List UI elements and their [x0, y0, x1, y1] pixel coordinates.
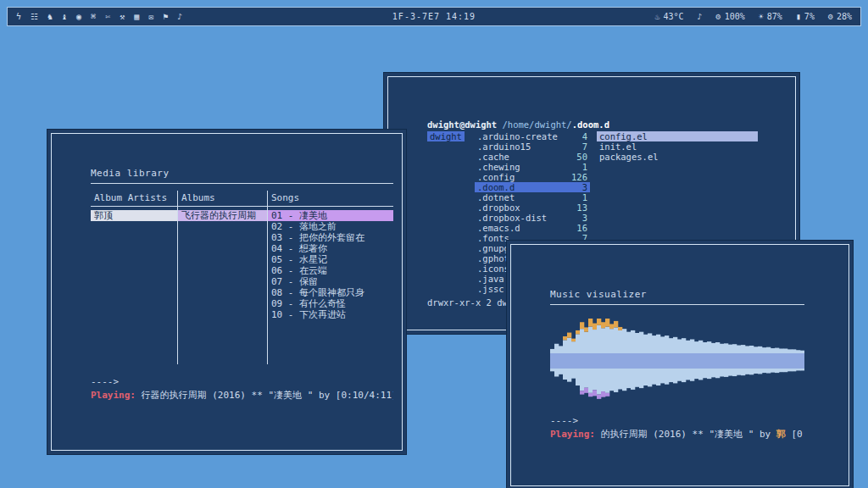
- tray-icon[interactable]: ✉: [148, 12, 153, 21]
- visualizer-canvas-wrap: [550, 319, 804, 403]
- now-playing: Playing: 行器的执行周期 (2016) ** "凄美地 " by [0:…: [91, 389, 393, 402]
- directory-row[interactable]: .arduino-create4: [475, 131, 590, 141]
- status-indicator[interactable]: ▮7%: [796, 12, 815, 21]
- playing-text: 的执行周期 (2016) ** "凄美地 " by: [601, 429, 771, 440]
- status-value: 7%: [804, 12, 815, 21]
- song-list: 01 - 凄美地02 - 落地之前03 - 把你的外套留在04 - 想著你05 …: [268, 207, 393, 364]
- directory-row[interactable]: .doom.d3: [475, 182, 590, 192]
- playing-time: [0:10/4:11]: [336, 390, 393, 401]
- artist-row[interactable]: 郭顶: [91, 210, 177, 221]
- directory-name: .java: [477, 274, 504, 284]
- tray-icon[interactable]: ⚑: [163, 12, 168, 21]
- preview-file-row[interactable]: packages.el: [597, 152, 758, 162]
- title-divider: [550, 304, 804, 305]
- file-manager-path: dwight@dwight /home/dwight/.doom.d: [427, 119, 788, 130]
- song-row[interactable]: 01 - 凄美地: [268, 210, 393, 221]
- tray-icon[interactable]: ▦: [134, 12, 139, 21]
- media-library-frame: Media library Album Artists 郭顶 Albums 飞行…: [51, 133, 403, 451]
- tray-icon[interactable]: ϟ: [16, 12, 21, 21]
- status-icon: ♪: [698, 12, 703, 21]
- artist-list: 郭顶: [91, 207, 177, 364]
- progress-arrow: ---->: [91, 376, 393, 387]
- preview-file-row[interactable]: config.el: [597, 131, 758, 141]
- cwd-path: /home/dwight/: [503, 119, 572, 130]
- directory-row[interactable]: .config126: [475, 172, 590, 182]
- visualizer-title: Music visualizer: [550, 289, 804, 300]
- directory-name: .arduino15: [477, 141, 531, 152]
- user-host: dwight@dwight: [427, 119, 497, 130]
- status-icon: ☀: [759, 12, 764, 21]
- visualizer-frame: Music visualizer ----> Playing: 的执行周期 (2…: [510, 244, 849, 486]
- directory-count: 16: [576, 223, 587, 233]
- directory-count: 4: [582, 131, 587, 141]
- directory-name: .gnupg: [477, 243, 509, 253]
- song-row[interactable]: 08 - 每个眼神都只身: [268, 287, 393, 298]
- progress-arrow: ---->: [550, 415, 804, 426]
- directory-row[interactable]: .cache50: [475, 152, 590, 162]
- tray-icon[interactable]: ⌘: [91, 12, 96, 21]
- status-indicator[interactable]: ♨43°C: [654, 12, 683, 21]
- parent-dir-row[interactable]: dwight: [427, 131, 465, 141]
- directory-name: .icons: [477, 263, 509, 274]
- song-row[interactable]: 07 - 保留: [268, 276, 393, 287]
- parent-column: dwight: [427, 131, 473, 141]
- directory-count: 7: [582, 141, 587, 152]
- song-row[interactable]: 03 - 把你的外套留在: [268, 232, 393, 243]
- clock: 1F-3-7E7 14:19: [392, 12, 476, 21]
- status-indicator[interactable]: ☀87%: [759, 12, 782, 21]
- status-value: 87%: [767, 12, 782, 21]
- status-indicator[interactable]: ⚙28%: [828, 12, 852, 21]
- status-icon: ⚙: [716, 12, 721, 21]
- directory-name: .jssc: [477, 284, 504, 294]
- directory-name: .arduino-create: [477, 131, 558, 141]
- preview-file-row[interactable]: init.el: [597, 141, 758, 152]
- tray-icon[interactable]: ⚒: [120, 12, 125, 21]
- directory-row[interactable]: .dotnet1: [475, 192, 590, 202]
- directory-name: .chewing: [477, 162, 520, 172]
- status-indicator[interactable]: ♪: [698, 12, 703, 21]
- song-row[interactable]: 10 - 下次再进站: [268, 309, 393, 320]
- playing-label: Playing:: [91, 390, 136, 401]
- directory-name: .fonts: [477, 233, 509, 243]
- tray-icon[interactable]: ♝: [62, 12, 67, 21]
- tray-icon[interactable]: ☷: [31, 12, 38, 21]
- directory-row[interactable]: .emacs.d16: [475, 223, 590, 233]
- column-header-albums: Albums: [178, 191, 267, 207]
- tray-icon[interactable]: ♪: [177, 12, 182, 21]
- media-browser: Album Artists 郭顶 Albums 飞行器的执行周期 Songs 0…: [91, 191, 393, 364]
- song-row[interactable]: 05 - 水星记: [268, 254, 393, 265]
- tray-icon[interactable]: ✄: [105, 12, 110, 21]
- playing-time: [0:10/4:11]: [791, 429, 804, 440]
- visualizer-canvas: [550, 319, 804, 403]
- directory-count: 126: [571, 172, 587, 182]
- status-bar: ϟ☷♞♝◉⌘✄⚒▦✉⚑♪ 1F-3-7E7 14:19 ♨43°C♪⚙100%☀…: [7, 7, 861, 26]
- song-row[interactable]: 04 - 想著你: [268, 243, 393, 254]
- column-header-songs: Songs: [268, 191, 393, 207]
- column-header-artists: Album Artists: [91, 191, 177, 207]
- tray-icon[interactable]: ♞: [47, 12, 53, 21]
- song-row[interactable]: 06 - 在云端: [268, 265, 393, 276]
- directory-row[interactable]: .chewing1: [475, 162, 590, 172]
- media-library-window[interactable]: Media library Album Artists 郭顶 Albums 飞行…: [47, 129, 407, 455]
- directory-count: 1: [582, 162, 587, 172]
- media-library-title: Media library: [91, 168, 393, 179]
- cwd-dir: .doom.d: [572, 119, 609, 130]
- song-row[interactable]: 09 - 有什么奇怪: [268, 298, 393, 309]
- visualizer-window[interactable]: Music visualizer ----> Playing: 的执行周期 (2…: [506, 240, 854, 488]
- directory-name: .dotnet: [477, 192, 515, 202]
- directory-row[interactable]: .dropbox13: [475, 202, 590, 213]
- tray-icon[interactable]: ◉: [76, 12, 81, 21]
- directory-row[interactable]: .dropbox-dist3: [475, 213, 590, 223]
- album-list: 飞行器的执行周期: [178, 207, 267, 364]
- directory-row[interactable]: .arduino157: [475, 141, 590, 152]
- directory-name: .dropbox-dist: [477, 213, 547, 223]
- directory-count: 1: [582, 192, 587, 202]
- preview-column: config.elinit.elpackages.el: [597, 131, 758, 162]
- song-row[interactable]: 02 - 落地之前: [268, 221, 393, 232]
- status-indicator[interactable]: ⚙100%: [716, 12, 745, 21]
- directory-name: .dropbox: [477, 202, 520, 213]
- status-value: 28%: [837, 12, 852, 21]
- playing-artist: 郭: [776, 429, 786, 440]
- album-row[interactable]: 飞行器的执行周期: [178, 210, 267, 221]
- directory-name: .emacs.d: [477, 223, 520, 233]
